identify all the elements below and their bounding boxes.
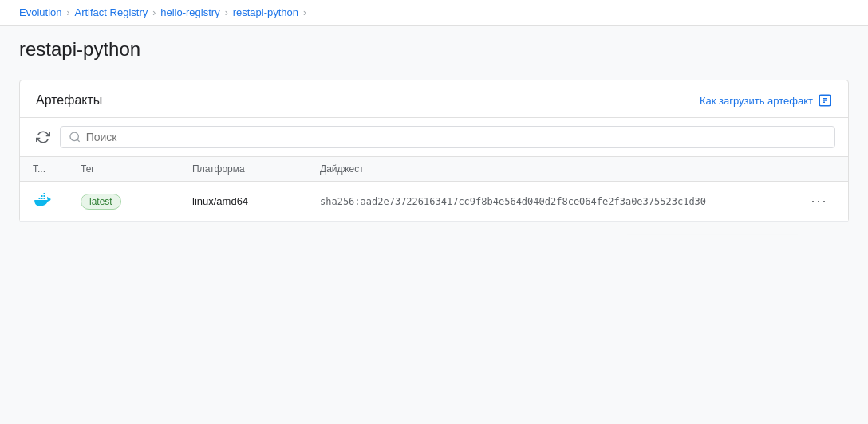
row-tag: latest bbox=[81, 194, 192, 210]
tag-badge: latest bbox=[81, 194, 121, 210]
col-actions bbox=[803, 163, 835, 175]
breadcrumb-artifact-registry[interactable]: Artifact Registry bbox=[74, 6, 148, 18]
artifacts-card: Артефакты Как загрузить артефакт bbox=[19, 80, 849, 222]
breadcrumb-restapi-python[interactable]: restapi-python bbox=[233, 6, 298, 18]
search-input-wrap bbox=[60, 126, 835, 148]
table-header: Т... Тег Платформа Дайджест bbox=[20, 157, 848, 182]
breadcrumb-sep-2: › bbox=[152, 7, 156, 18]
card-title: Артефакты bbox=[36, 93, 102, 108]
refresh-button[interactable] bbox=[33, 127, 53, 147]
more-actions-button[interactable]: ··· bbox=[807, 190, 831, 213]
upload-artifact-label: Как загрузить артефакт bbox=[700, 95, 813, 107]
upload-icon bbox=[818, 93, 832, 108]
breadcrumb-sep-3: › bbox=[225, 7, 228, 18]
breadcrumb-sep-4: › bbox=[303, 7, 306, 18]
breadcrumb-evolution[interactable]: Evolution bbox=[19, 6, 61, 18]
breadcrumb-sep-1: › bbox=[66, 7, 69, 18]
svg-line-5 bbox=[77, 139, 80, 142]
main-content: Артефакты Как загрузить артефакт bbox=[0, 67, 868, 235]
row-platform: linux/amd64 bbox=[192, 195, 320, 207]
search-icon bbox=[69, 131, 81, 143]
table-row: latest linux/amd64 sha256:aad2e737226163… bbox=[20, 182, 848, 222]
row-actions: ··· bbox=[803, 190, 835, 213]
row-type-icon bbox=[33, 190, 81, 212]
breadcrumb: Evolution › Artifact Registry › hello-re… bbox=[0, 0, 868, 26]
search-bar bbox=[20, 118, 848, 157]
page-title: restapi-python bbox=[0, 26, 868, 67]
search-input[interactable] bbox=[86, 131, 827, 143]
refresh-icon bbox=[36, 130, 50, 144]
svg-point-4 bbox=[70, 132, 78, 140]
col-platform: Платформа bbox=[192, 163, 320, 175]
row-digest: sha256:aad2e737226163417cc9f8b4e564d040d… bbox=[320, 196, 803, 207]
col-digest: Дайджест bbox=[320, 163, 803, 175]
col-tag: Тег bbox=[81, 163, 192, 175]
breadcrumb-hello-registry[interactable]: hello-registry bbox=[160, 6, 219, 18]
docker-icon bbox=[33, 190, 52, 210]
col-type: Т... bbox=[33, 163, 81, 175]
upload-artifact-link[interactable]: Как загрузить артефакт bbox=[700, 93, 832, 108]
card-header: Артефакты Как загрузить артефакт bbox=[20, 80, 848, 118]
